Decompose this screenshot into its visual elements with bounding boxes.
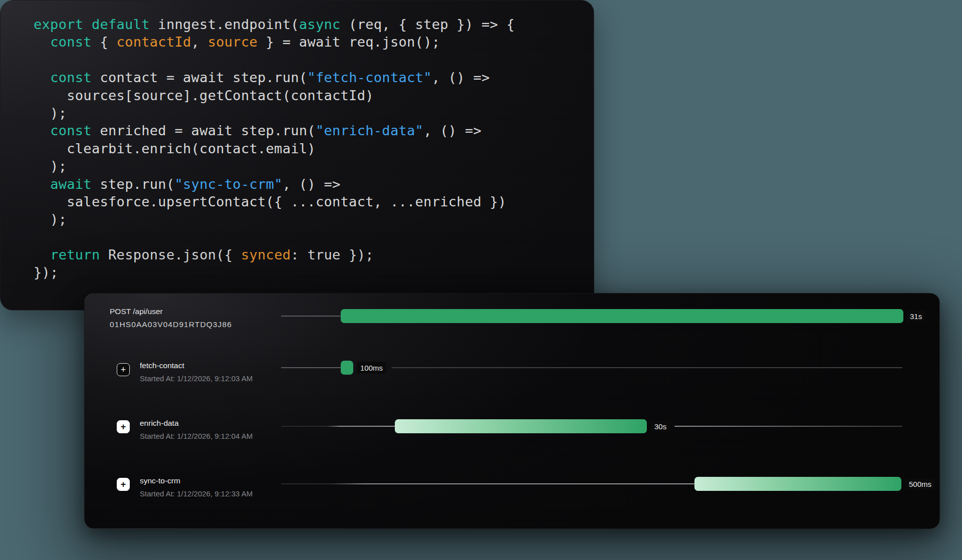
step-started-at: Started At: 1/12/2026, 9:12:33 AM xyxy=(140,489,253,498)
plus-icon: + xyxy=(121,480,126,489)
timeline-connector xyxy=(281,367,341,368)
code-panel: export default inngest.endpoint(async (r… xyxy=(0,0,594,311)
trace-panel: POST /api/user 01HS0AA03V04D91RTDQ3J86 3… xyxy=(84,293,940,529)
expand-button[interactable]: + xyxy=(117,478,130,491)
expand-button[interactable]: + xyxy=(117,420,130,433)
request-run-id: 01HS0AA03V04D91RTDQ3J86 xyxy=(110,320,232,329)
duration-label: 100ms xyxy=(357,362,386,374)
timeline-connector xyxy=(281,426,395,427)
page: export default inngest.endpoint(async (r… xyxy=(0,0,962,560)
timeline-bar-enrich-data[interactable] xyxy=(395,419,647,433)
plus-icon: + xyxy=(121,365,126,374)
duration-label: 30s xyxy=(651,421,670,432)
step-started-at: Started At: 1/12/2026, 9:12:04 AM xyxy=(140,432,253,440)
timeline-bar-root[interactable] xyxy=(341,309,903,323)
step-title: sync-to-crm xyxy=(140,476,180,485)
timeline-connector xyxy=(281,316,341,317)
step-title: enrich-data xyxy=(140,419,179,428)
step-started-at: Started At: 1/12/2026, 9:12:03 AM xyxy=(140,374,253,383)
request-method: POST /api/user xyxy=(110,307,163,316)
plus-icon: + xyxy=(121,422,126,431)
duration-label: 500ms xyxy=(905,478,935,490)
timeline-bar-sync-to-crm[interactable] xyxy=(694,477,901,491)
timeline-bar-fetch-contact[interactable] xyxy=(341,361,353,375)
timeline-connector xyxy=(674,426,902,427)
duration-label: 31s xyxy=(906,311,925,322)
step-title: fetch-contact xyxy=(140,361,184,370)
code-block: export default inngest.endpoint(async (r… xyxy=(34,16,515,282)
timeline-connector xyxy=(281,483,694,484)
expand-button[interactable]: + xyxy=(117,363,130,376)
timeline-connector xyxy=(391,367,902,368)
